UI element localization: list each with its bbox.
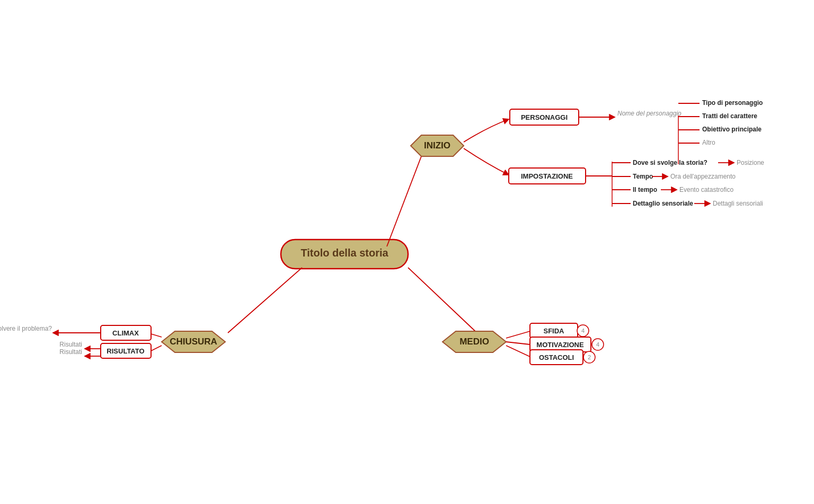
motivazione-label: MOTIVAZIONE xyxy=(536,341,584,349)
conn-inizio-personaggi xyxy=(464,119,509,142)
impostazione-label: IMPOSTAZIONE xyxy=(521,172,573,180)
label-posizione: Posizione xyxy=(737,159,764,166)
conn-chiusura-risultato-h xyxy=(151,346,162,351)
mindmap: Titolo della storia INIZIO PERSONAGGI No… xyxy=(0,0,814,504)
climax-label: CLIMAX xyxy=(112,329,139,337)
inizio-label: INIZIO xyxy=(424,140,450,151)
leaf-altro: Altro xyxy=(702,139,715,146)
label-tempo: Tempo xyxy=(633,173,653,180)
label-evento: Evento catastrofico xyxy=(679,186,733,193)
ostacoli-badge-text: 2 xyxy=(588,354,591,360)
conn-medio-ostacoli xyxy=(506,346,530,357)
conn-center-medio xyxy=(408,268,477,333)
label-dove: Dove si svolge la storia? xyxy=(633,159,707,166)
conn-chiusura-climax-h xyxy=(151,334,162,337)
label-ora: Ora dell'appezzamento xyxy=(670,173,736,180)
leaf-tratti: Tratti del carattere xyxy=(702,112,757,120)
conn-inizio-impostazione xyxy=(464,148,509,175)
conn-medio-motivazione xyxy=(506,342,530,344)
conn-center-inizio xyxy=(387,156,421,246)
leaf-climax: Come fa il protagonista a risolvere il p… xyxy=(0,325,52,332)
sfida-badge-text: 4 xyxy=(581,328,585,334)
leaf-risultati2: Risultati xyxy=(59,348,82,356)
leaf-risultati1: Risultati xyxy=(59,341,82,348)
leaf-tipo: Tipo di personaggio xyxy=(702,99,763,107)
label-dettagli: Dettagli sensoriali xyxy=(713,200,763,207)
leaf-obiettivo: Obiettivo principale xyxy=(702,126,762,133)
sfida-label: SFIDA xyxy=(544,327,565,335)
chiusura-label: CHIUSURA xyxy=(170,337,217,347)
personaggi-label: PERSONAGGI xyxy=(521,113,568,121)
label-dettaglio: Dettaglio sensoriale xyxy=(633,200,693,207)
ostacoli-label: OSTACOLI xyxy=(539,353,574,361)
nome-personaggio-label: Nome del personaggio xyxy=(617,110,682,117)
risultato-label: RISULTATO xyxy=(107,347,144,355)
conn-medio-sfida xyxy=(506,331,530,338)
medio-label: MEDIO xyxy=(459,337,489,347)
center-label: Titolo della storia xyxy=(300,247,388,259)
conn-center-chiusura xyxy=(228,268,302,333)
label-iltempo: Il tempo xyxy=(633,186,657,193)
motivazione-badge-text: 4 xyxy=(596,341,599,348)
